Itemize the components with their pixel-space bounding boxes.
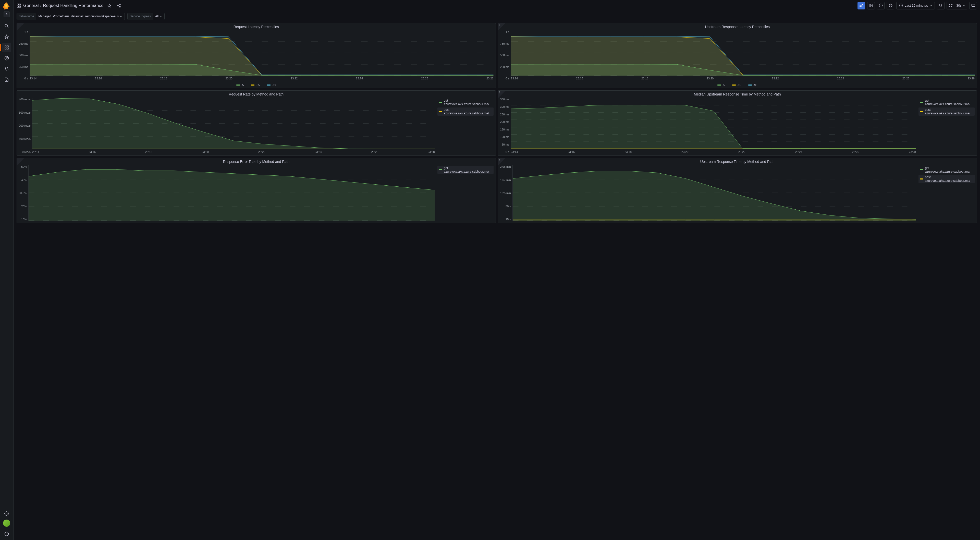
x-tick: 23:16 (576, 77, 583, 80)
panel-body: 1 s750 ms500 ms250 ms0 s23:1423:1623:182… (498, 29, 977, 82)
legend-label: post azurevote.aks.azure.sabbour.me/ (444, 108, 492, 115)
admin-gear-icon[interactable] (2, 509, 11, 518)
panel-title[interactable]: Request Rate by Method and Path (17, 91, 496, 97)
panel-req-rate: Request Rate by Method and Path400 req/s… (17, 91, 496, 156)
x-tick: 23:16 (568, 150, 575, 153)
user-avatar[interactable] (3, 519, 10, 527)
y-axis: 2.08 min1.67 min1.25 min50 s25 s (500, 165, 512, 221)
add-panel-button[interactable] (858, 2, 865, 10)
x-tick: 23:24 (356, 77, 363, 80)
starred-icon[interactable] (2, 32, 11, 41)
y-tick: 20% (21, 205, 27, 208)
connections-icon[interactable] (2, 75, 11, 84)
explore-icon[interactable] (2, 54, 11, 63)
y-tick: 1 s (24, 30, 28, 33)
legend-swatch (732, 84, 736, 86)
y-axis: 1 s750 ms500 ms250 ms0 s (19, 30, 30, 80)
dashboards-icon[interactable] (2, 43, 11, 52)
legend-item[interactable]: .95 (249, 83, 261, 87)
chart: 1 s750 ms500 ms250 ms0 s23:1423:1623:182… (19, 30, 493, 80)
y-tick: 500 ms (500, 54, 509, 57)
legend-item[interactable]: .95 (731, 83, 743, 87)
y-tick: 0 req/s (22, 150, 30, 153)
refresh-button[interactable] (947, 2, 954, 10)
panel-info-icon[interactable]: i (17, 23, 24, 30)
plot-area[interactable] (511, 98, 916, 149)
panel-info-icon[interactable]: i (498, 23, 505, 30)
panel-body: 400 req/s300 req/s200 req/s100 req/s0 re… (17, 97, 496, 156)
legend-swatch (718, 84, 721, 86)
help-icon[interactable] (2, 529, 11, 538)
legend-label: .99 (753, 83, 757, 86)
chart: 350 ms300 ms250 ms200 ms150 ms100 ms50 m… (500, 98, 916, 153)
plot-area[interactable] (30, 30, 493, 76)
panel-median-upstream: iMedian Upstream Response Time by Method… (498, 91, 977, 156)
legend-item[interactable]: get azurevote.aks.azure.sabbour.me/ (918, 166, 975, 174)
time-range-label: Last 15 minutes (904, 3, 928, 7)
plot-area[interactable] (512, 165, 916, 221)
panel-info-icon[interactable]: i (498, 91, 505, 98)
settings-button[interactable] (886, 2, 894, 10)
y-tick: 400 req/s (19, 98, 30, 101)
x-tick: 23:18 (641, 77, 649, 80)
zoom-out-button[interactable] (937, 2, 945, 10)
legend-label: .95 (256, 83, 260, 86)
y-tick: 300 ms (500, 105, 509, 108)
legend-item[interactable]: post azurevote.aks.azure.sabbour.me/ (438, 107, 493, 116)
panel-info-icon[interactable]: i (498, 158, 505, 165)
ingress-value[interactable]: All (153, 14, 164, 18)
breadcrumb-folder[interactable]: General (23, 3, 38, 8)
legend-label: post azurevote.aks.azure.sabbour.me/ (925, 175, 973, 183)
variable-bar: datasource Managed_Prometheus_defaultazu… (14, 11, 980, 21)
svg-rect-3 (5, 48, 6, 49)
save-button[interactable] (867, 2, 875, 10)
page-title[interactable]: Request Handling Performance (43, 3, 103, 8)
dashboard-insights-button[interactable] (877, 2, 885, 10)
legend-item[interactable]: post azurevote.aks.azure.sabbour.me/ (918, 107, 975, 116)
legend-item[interactable]: get azurevote.aks.azure.sabbour.me/ (918, 98, 975, 107)
y-tick: 150 ms (500, 128, 509, 131)
legend-label: get azurevote.aks.azure.sabbour.me/ (925, 99, 973, 106)
svg-rect-23 (972, 4, 975, 6)
panel-title[interactable]: Upstream Response Time by Method and Pat… (498, 158, 977, 164)
plot-area[interactable] (28, 165, 434, 221)
y-tick: 1.67 min (500, 178, 511, 182)
plot-area[interactable] (32, 98, 435, 149)
y-tick: 0 s (24, 77, 28, 80)
y-tick: 40% (21, 178, 27, 182)
legend-item[interactable]: .5 (716, 83, 726, 87)
legend: get azurevote.aks.azure.sabbour.me/ (435, 165, 493, 221)
legend-swatch (251, 84, 255, 86)
legend-item[interactable]: .99 (266, 83, 277, 87)
panel-title[interactable]: Median Upstream Response Time by Method … (498, 91, 977, 97)
alerting-icon[interactable] (2, 64, 11, 73)
legend-item[interactable]: post azurevote.aks.azure.sabbour.me/ (918, 175, 975, 183)
grafana-logo-icon[interactable] (3, 2, 11, 10)
panel-info-icon[interactable]: i (17, 158, 24, 165)
y-tick: 500 ms (19, 54, 28, 57)
legend-item[interactable]: get azurevote.aks.azure.sabbour.me/ (438, 166, 493, 174)
datasource-variable: datasource Managed_Prometheus_defaultazu… (17, 13, 125, 20)
y-tick: 10% (21, 218, 27, 221)
svg-rect-4 (7, 48, 8, 49)
x-tick: 23:20 (202, 150, 209, 153)
panel-title[interactable]: Upstream Response Latency Percentiles (498, 23, 977, 29)
plot-area[interactable] (511, 30, 975, 76)
legend-item[interactable]: get azurevote.aks.azure.sabbour.me/ (438, 98, 493, 107)
star-button[interactable] (105, 2, 113, 10)
panel-body: 350 ms300 ms250 ms200 ms150 ms100 ms50 m… (498, 97, 977, 156)
legend-item[interactable]: .99 (747, 83, 759, 87)
legend-item[interactable]: .5 (235, 83, 245, 87)
panel-title[interactable]: Response Error Rate by Method and Path (17, 158, 496, 164)
chart: 50%40%30.0%20%10% (19, 165, 435, 221)
time-range-picker[interactable]: Last 15 minutes (896, 2, 935, 10)
svg-point-12 (119, 4, 121, 5)
expand-sidebar-button[interactable] (3, 11, 10, 18)
search-icon[interactable] (2, 21, 11, 31)
panel-title[interactable]: Request Latency Percentiles (17, 23, 496, 29)
datasource-value[interactable]: Managed_Prometheus_defaultazuremonitorwo… (36, 14, 124, 18)
refresh-interval-picker[interactable]: 30s (954, 2, 967, 10)
share-button[interactable] (115, 2, 123, 10)
tv-mode-button[interactable] (969, 2, 977, 10)
legend-label: get azurevote.aks.azure.sabbour.me/ (925, 166, 973, 174)
